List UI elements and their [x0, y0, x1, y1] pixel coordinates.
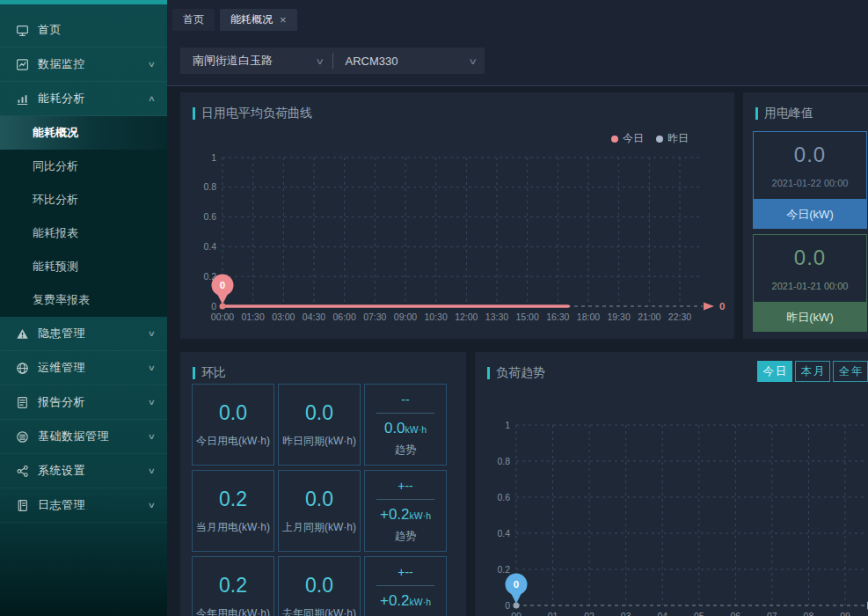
svg-text:0.8: 0.8 — [203, 181, 216, 192]
sidebar-item[interactable]: 能耗分析∧ — [0, 82, 167, 116]
trend-divider — [376, 499, 434, 500]
comparison-label: 去年同期(kW·h) — [282, 606, 356, 616]
svg-text:1: 1 — [211, 152, 216, 163]
svg-text:10:30: 10:30 — [425, 312, 448, 322]
svg-text:0.4: 0.4 — [497, 528, 510, 539]
svg-text:0: 0 — [211, 301, 216, 312]
svg-text:04: 04 — [657, 611, 667, 616]
ops-icon — [16, 362, 29, 375]
tab-label: 能耗概况 — [230, 12, 273, 27]
settings-icon — [16, 465, 29, 478]
svg-text:07: 07 — [767, 611, 777, 616]
svg-text:0: 0 — [514, 579, 519, 590]
sidebar-item[interactable]: 数据监控∨ — [0, 48, 167, 82]
device-select[interactable]: ARCM330 ∨ — [333, 48, 485, 74]
close-icon[interactable]: × — [280, 14, 287, 26]
period-comparison-panel: 环比 0.0今日用电(kW·h)0.0昨日同期(kW·h)--0.0kW·h趋势… — [180, 352, 466, 616]
trend-value-number: 0.0 — [384, 420, 405, 436]
tab-bar: 首页能耗概况× — [172, 9, 297, 31]
comparison-label: 当月用电(kW·h) — [196, 520, 270, 535]
sidebar-item[interactable]: 运维管理∨ — [0, 351, 167, 385]
legend-dot — [656, 136, 663, 143]
daily-load-curve-panel: 日用电平均负荷曲线 今日昨日 00.20.40.60.8100:0001:300… — [180, 92, 734, 339]
svg-text:06: 06 — [730, 611, 740, 616]
comparison-value: 0.2 — [219, 488, 247, 511]
sidebar-subitem[interactable]: 能耗报表 — [0, 216, 167, 250]
hazard-icon — [16, 327, 29, 341]
sidebar-subitem[interactable]: 能耗预测 — [0, 250, 167, 283]
sidebar-item[interactable]: 报告分析∨ — [0, 385, 167, 420]
sidebar-item[interactable]: 日志管理∨ — [0, 488, 167, 523]
comparison-label: 昨日同期(kW·h) — [282, 434, 356, 449]
trend-label: 趋势 — [395, 443, 416, 458]
chevron-down-icon: ∨ — [148, 432, 156, 441]
main-header: 首页能耗概况× 南闸街道白玉路 ∨ ARCM330 ∨ — [167, 0, 868, 86]
daily-load-curve-chart: 00.20.40.60.8100:0001:3003:0004:3006:000… — [187, 143, 727, 334]
peak-cards: 0.02021-01-22 00:00今日(kW)0.02021-01-21 0… — [753, 131, 867, 332]
panel-title: 环比 — [193, 365, 226, 381]
sidebar-item[interactable]: 隐患管理∨ — [0, 317, 167, 351]
svg-text:0: 0 — [505, 600, 510, 611]
station-select[interactable]: 南闸街道白玉路 ∨ — [180, 48, 332, 74]
comparison-card: 0.2当月用电(kW·h) — [192, 470, 274, 552]
svg-text:13:30: 13:30 — [485, 312, 508, 322]
sidebar-subitem[interactable]: 环比分析 — [0, 183, 167, 216]
comparison-card: +--+0.2kW·h趋势 — [364, 470, 447, 552]
peak-card-body: 0.02021-01-22 00:00 — [753, 131, 867, 200]
range-button[interactable]: 全年 — [833, 361, 868, 382]
comparison-value: 0.0 — [305, 488, 333, 511]
chevron-down-icon: ∨ — [148, 501, 156, 510]
comparison-value: 0.0 — [219, 401, 247, 425]
sidebar-subitem-label: 环比分析 — [33, 192, 78, 208]
panel-title-text: 负荷趋势 — [496, 365, 545, 381]
trend-value-unit: kW·h — [410, 597, 432, 607]
sidebar-item-label: 日志管理 — [38, 497, 149, 513]
sidebar-subitem[interactable]: 复费率报表 — [0, 283, 167, 317]
svg-text:16:30: 16:30 — [546, 312, 569, 322]
svg-text:09:00: 09:00 — [394, 312, 417, 322]
station-select-value: 南闸街道白玉路 — [193, 53, 317, 69]
sidebar-submenu: 能耗概况同比分析环比分析能耗报表能耗预测复费率报表 — [0, 116, 167, 317]
tab[interactable]: 首页 — [172, 9, 215, 31]
range-button[interactable]: 今日 — [757, 361, 792, 382]
svg-text:0.4: 0.4 — [203, 241, 216, 252]
panel-title-text: 环比 — [201, 365, 226, 381]
trend-top-value: +-- — [398, 479, 413, 493]
tab-label: 首页 — [183, 12, 204, 27]
trend-top-value: -- — [401, 392, 409, 407]
sidebar-item-label: 能耗分析 — [38, 91, 149, 106]
peak-value: 0.0 — [754, 246, 866, 270]
base-data-icon — [16, 430, 29, 444]
sidebar-item[interactable]: 系统设置∨ — [0, 454, 167, 488]
sidebar-item[interactable]: 首页 — [0, 13, 167, 48]
trend-value-number: +0.2 — [380, 506, 410, 523]
legend-dot — [611, 136, 618, 143]
data-monitor-icon — [16, 58, 29, 71]
range-button[interactable]: 本月 — [795, 361, 830, 382]
sidebar-item[interactable]: 基础数据管理∨ — [0, 420, 167, 454]
comparison-value: 0.0 — [305, 401, 333, 425]
sidebar-item-label: 基础数据管理 — [38, 429, 149, 444]
peak-card-label: 今日(kW) — [753, 200, 867, 229]
sidebar-subitem-label: 同比分析 — [33, 158, 78, 174]
peak-value: 0.0 — [754, 143, 866, 167]
sidebar-subitem[interactable]: 能耗概况 — [0, 116, 167, 150]
sidebar-subitem-label: 复费率报表 — [33, 292, 90, 308]
svg-text:09: 09 — [840, 611, 850, 616]
load-trend-panel: 负荷趋势 今日本月全年 00.20.40.60.8100010203040506… — [475, 352, 868, 616]
sidebar-subitem-label: 能耗概况 — [33, 125, 78, 141]
svg-text:03:00: 03:00 — [272, 312, 295, 322]
tab[interactable]: 能耗概况× — [220, 9, 297, 31]
device-select-value: ARCM330 — [346, 55, 470, 68]
svg-text:1: 1 — [505, 420, 510, 430]
svg-text:22:30: 22:30 — [668, 312, 691, 322]
load-trend-chart: 00.20.40.60.810001020304050607080900 — [479, 412, 868, 616]
title-accent-bar — [487, 367, 490, 379]
sidebar-subitem[interactable]: 同比分析 — [0, 150, 167, 183]
panel-title: 负荷趋势 — [487, 365, 545, 381]
filter-bar: 南闸街道白玉路 ∨ ARCM330 ∨ — [180, 48, 485, 74]
log-icon — [16, 499, 29, 512]
svg-text:0.6: 0.6 — [203, 211, 216, 222]
sidebar-item-label: 系统设置 — [38, 463, 149, 479]
svg-text:03: 03 — [621, 611, 631, 616]
